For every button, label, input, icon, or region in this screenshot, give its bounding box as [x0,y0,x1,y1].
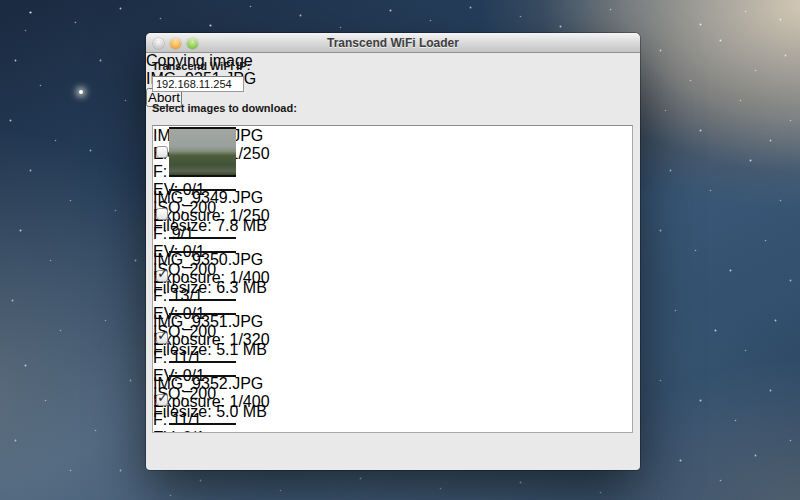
image-checkbox[interactable]: ✓ [156,270,168,282]
list-item: IMG_9349.JPGExposure: 1/250F: 9/1EV: 0/1… [153,189,632,251]
list-item: ✓IMG_9352.JPGExposure: 1/400F: 11/1EV: 0… [153,375,632,433]
bright-star [79,90,83,94]
list-item: ✓IMG_9350.JPGExposure: 1/400F: 13/1EV: 0… [153,251,632,313]
image-thumbnail [169,189,236,239]
app-window: Transcend WiFi Loader Transcend WiFi IP:… [146,33,640,470]
image-checkbox[interactable] [156,208,168,220]
checkmark-icon: ✓ [157,389,169,405]
image-checkbox[interactable] [156,146,168,158]
image-thumbnail [169,127,236,177]
checkmark-icon: ✓ [157,327,169,343]
image-thumbnail [169,375,236,425]
image-checkbox[interactable]: ✓ [156,394,168,406]
image-checkbox[interactable]: ✓ [156,332,168,344]
ip-label: Transcend WiFi IP: [152,60,250,72]
image-list: IMG_9348.JPGExposure: 1/250F: 10/1EV: 0/… [152,125,633,433]
select-images-label: Select images to download: [152,102,297,114]
starfield [0,0,1,1]
ip-input[interactable] [152,76,244,92]
list-item: ✓IMG_9351.JPGExposure: 1/320F: 11/1EV: 0… [153,313,632,375]
desktop-wallpaper: Transcend WiFi Loader Transcend WiFi IP:… [0,0,800,500]
image-thumbnail [169,313,236,363]
list-item: IMG_9348.JPGExposure: 1/250F: 10/1EV: 0/… [153,127,632,189]
checkmark-icon: ✓ [157,265,169,281]
window-titlebar[interactable]: Transcend WiFi Loader [146,33,640,53]
window-title: Transcend WiFi Loader [146,36,640,50]
image-thumbnail [169,251,236,301]
